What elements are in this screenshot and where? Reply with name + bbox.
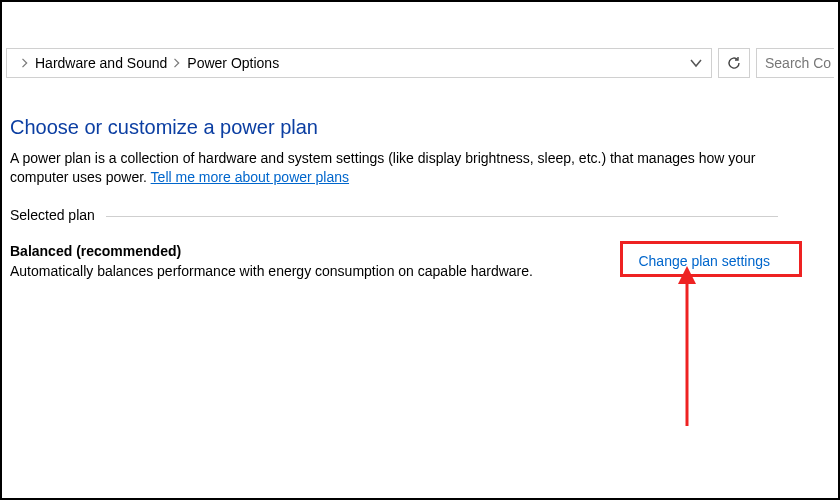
page-title: Choose or customize a power plan (10, 116, 838, 139)
breadcrumb[interactable]: Hardware and Sound Power Options (6, 48, 712, 78)
plan-description: Automatically balances performance with … (10, 263, 628, 279)
group-divider (106, 216, 778, 217)
search-box[interactable] (756, 48, 834, 78)
chevron-down-icon[interactable] (689, 58, 703, 68)
selected-plan-group: Selected plan Balanced (recommended) Aut… (10, 207, 838, 279)
plan-row: Balanced (recommended) Automatically bal… (10, 243, 780, 279)
breadcrumb-item-hardware[interactable]: Hardware and Sound (35, 55, 167, 71)
description-text: A power plan is a collection of hardware… (10, 150, 756, 185)
page-description: A power plan is a collection of hardware… (10, 149, 770, 187)
annotation-arrow-icon (672, 266, 702, 436)
search-input[interactable] (765, 55, 834, 71)
content-area: Choose or customize a power plan A power… (2, 80, 838, 279)
plan-name: Balanced (recommended) (10, 243, 628, 259)
change-plan-settings-link[interactable]: Change plan settings (628, 245, 780, 277)
chevron-right-icon (21, 58, 29, 68)
plan-info: Balanced (recommended) Automatically bal… (10, 243, 628, 279)
group-legend: Selected plan (10, 207, 95, 225)
breadcrumb-item-power[interactable]: Power Options (187, 55, 279, 71)
refresh-button[interactable] (718, 48, 750, 78)
address-bar: Hardware and Sound Power Options (6, 46, 834, 80)
help-link[interactable]: Tell me more about power plans (151, 169, 349, 185)
refresh-icon (726, 55, 742, 71)
change-link-wrap: Change plan settings (628, 245, 780, 277)
chevron-right-icon (173, 58, 181, 68)
